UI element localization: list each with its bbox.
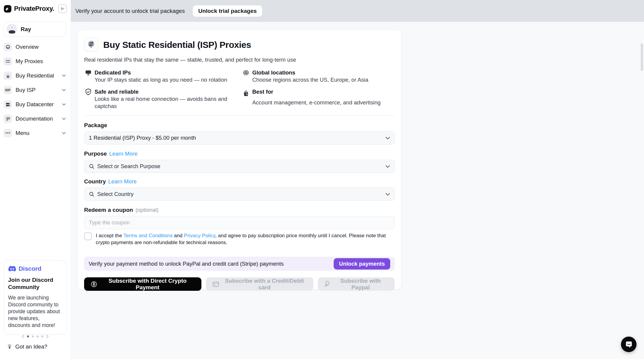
monitor-icon bbox=[84, 69, 92, 76]
carousel-next-icon[interactable] bbox=[46, 334, 49, 338]
carousel-prev-icon[interactable] bbox=[22, 334, 24, 338]
feature-grid: Dedicated IPs Your IP stays static as lo… bbox=[84, 69, 395, 110]
package-select[interactable]: 1 Residential (ISP) Proxy - $5.00 per mo… bbox=[84, 131, 395, 144]
page-subtitle: Real residential IPs that stay the same … bbox=[84, 56, 395, 63]
discord-promo-card[interactable]: Discord Join our Discord Community We ar… bbox=[4, 260, 67, 334]
promo-carousel bbox=[4, 334, 67, 338]
country-label-row: Country Learn More bbox=[84, 178, 395, 185]
subscribe-paypal-button[interactable]: Subscribe with Paypal bbox=[318, 277, 395, 291]
search-icon bbox=[89, 164, 95, 169]
lightbulb-icon bbox=[7, 343, 13, 350]
discord-body: We are launching Discord community to pr… bbox=[8, 294, 62, 329]
sidebar-item-buy-residential[interactable]: Buy Residential bbox=[4, 71, 67, 81]
chevron-down-icon bbox=[62, 74, 66, 77]
country-learn-more-link[interactable]: Learn More bbox=[108, 178, 137, 185]
chevron-down-icon bbox=[385, 165, 390, 168]
shopping-bag-icon bbox=[242, 88, 250, 99]
discord-mascot-icon bbox=[8, 266, 16, 272]
got-an-idea-link[interactable]: Got an Idea? bbox=[7, 343, 47, 350]
chevron-down-icon bbox=[62, 103, 66, 106]
section-divider bbox=[84, 115, 395, 115]
sidebar-item-overview[interactable]: Overview bbox=[4, 42, 67, 52]
logo-row: PrivateProxy. bbox=[0, 0, 71, 17]
terms-and-conditions-link[interactable]: Terms and Conditions bbox=[123, 233, 172, 238]
house-icon bbox=[4, 72, 12, 80]
chevron-down-icon bbox=[62, 89, 66, 91]
terms-text: I accept the Terms and Conditions and Pr… bbox=[96, 232, 392, 246]
purpose-label-row: Purpose Learn More bbox=[84, 150, 395, 157]
proxies-list-icon bbox=[4, 57, 12, 66]
server-stack-icon bbox=[4, 100, 12, 109]
terms-row: I accept the Terms and Conditions and Pr… bbox=[84, 232, 395, 246]
verify-payment-text: Verify your payment method to unlock Pay… bbox=[89, 261, 284, 267]
globe-icon bbox=[242, 69, 250, 76]
card-header: Buy Static Residential (ISP) Proxies bbox=[84, 38, 395, 52]
chevron-down-icon bbox=[385, 137, 390, 139]
paypal-icon bbox=[324, 281, 330, 288]
privacy-policy-link[interactable]: Privacy Policy bbox=[184, 233, 215, 238]
discord-wordmark: Discord bbox=[19, 265, 41, 272]
verify-account-banner: Verify your account to unlock trial pack… bbox=[71, 0, 644, 22]
chat-widget-button[interactable] bbox=[621, 337, 637, 352]
chevron-down-icon bbox=[62, 132, 66, 134]
scrollbar-thumb[interactable] bbox=[641, 43, 643, 71]
pin-refresh-icon bbox=[84, 38, 98, 52]
sidebar-item-buy-isp[interactable]: ISP Buy ISP bbox=[4, 85, 67, 95]
sidebar-item-label: Buy Residential bbox=[16, 72, 54, 79]
carousel-dot[interactable] bbox=[41, 335, 43, 337]
avatar bbox=[7, 24, 17, 34]
sidebar: PrivateProxy. Ray Overview bbox=[0, 0, 71, 359]
feature-global-locations: Global locations Choose regions across t… bbox=[242, 69, 395, 83]
purpose-learn-more-link[interactable]: Learn More bbox=[109, 150, 138, 157]
coupon-optional-hint: (optional) bbox=[136, 206, 159, 213]
carousel-dot[interactable] bbox=[37, 335, 39, 337]
sidebar-item-label: Documentation bbox=[16, 115, 53, 122]
purpose-select[interactable]: Select or Search Purpose bbox=[84, 160, 395, 173]
sidebar-item-my-proxies[interactable]: My Proxies bbox=[4, 56, 67, 66]
collapse-sidebar-button[interactable] bbox=[58, 4, 67, 13]
bitcoin-icon bbox=[91, 281, 97, 288]
chevron-down-icon bbox=[385, 193, 390, 196]
package-label: Package bbox=[84, 122, 107, 129]
isp-badge-icon: ISP bbox=[4, 86, 12, 94]
overview-icon bbox=[4, 43, 12, 51]
banner-text: Verify your account to unlock trial pack… bbox=[75, 8, 185, 14]
brand-logo-icon bbox=[4, 5, 12, 13]
sidebar-item-label: Overview bbox=[16, 44, 39, 50]
country-select[interactable]: Select Country bbox=[84, 188, 395, 201]
sidebar-item-label: My Proxies bbox=[16, 58, 43, 65]
shield-check-icon bbox=[84, 88, 92, 95]
subscribe-buttons-row: Subscribe with Direct Crypto Payment Sub… bbox=[84, 277, 395, 291]
country-label: Country bbox=[84, 178, 106, 185]
sidebar-item-documentation[interactable]: Documentation bbox=[4, 114, 67, 124]
terms-checkbox[interactable] bbox=[84, 232, 92, 240]
user-card[interactable]: Ray bbox=[4, 22, 66, 37]
carousel-dot[interactable] bbox=[32, 335, 34, 337]
search-icon bbox=[89, 191, 95, 197]
subscribe-crypto-button[interactable]: Subscribe with Direct Crypto Payment bbox=[84, 277, 201, 291]
feature-best-for: Best for Account management, e-commerce,… bbox=[242, 88, 395, 110]
sidebar-item-menu[interactable]: ⋯ Menu bbox=[4, 128, 67, 138]
credit-card-icon bbox=[212, 281, 219, 287]
coupon-input[interactable] bbox=[84, 216, 395, 229]
unlock-payments-button[interactable]: Unlock payments bbox=[334, 258, 390, 270]
app-root: PrivateProxy. Ray Overview bbox=[0, 0, 644, 359]
discord-title: Join our Discord Community bbox=[8, 276, 62, 291]
document-list-icon bbox=[4, 115, 12, 123]
sidebar-item-label: Buy ISP bbox=[16, 87, 36, 93]
buy-isp-proxies-card: Buy Static Residential (ISP) Proxies Rea… bbox=[77, 30, 402, 290]
discord-logo: Discord bbox=[8, 265, 62, 272]
sidebar-nav: Overview My Proxies Buy Residential ISP bbox=[4, 42, 67, 142]
user-name: Ray bbox=[21, 26, 31, 33]
brand-name: PrivateProxy. bbox=[14, 5, 54, 13]
page-title: Buy Static Residential (ISP) Proxies bbox=[103, 40, 251, 50]
ellipsis-icon: ⋯ bbox=[4, 129, 12, 137]
sidebar-item-label: Menu bbox=[16, 130, 29, 136]
verify-payment-banner: Verify your payment method to unlock Pay… bbox=[84, 257, 395, 271]
subscribe-card-button[interactable]: Subscribe with a Credit/Debit card bbox=[206, 277, 313, 291]
carousel-dot[interactable] bbox=[27, 335, 29, 337]
unlock-trial-packages-button[interactable]: Unlock trial packages bbox=[193, 5, 262, 17]
sidebar-item-buy-datacenter[interactable]: Buy Datacenter bbox=[4, 99, 67, 109]
purpose-label: Purpose bbox=[84, 150, 107, 157]
feature-dedicated-ips: Dedicated IPs Your IP stays static as lo… bbox=[84, 69, 242, 83]
